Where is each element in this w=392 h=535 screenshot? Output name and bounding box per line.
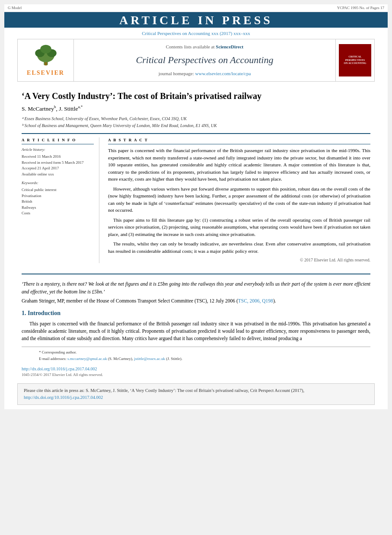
contents-available: Contents lists available at ScienceDirec… xyxy=(166,44,243,50)
g-model-label: G Model xyxy=(8,5,22,11)
keywords-label: Keywords: xyxy=(22,180,94,186)
article-in-press-banner: ARTICLE IN PRESS xyxy=(4,14,388,27)
affiliations: ᵃ Essex Business School, University of E… xyxy=(22,116,370,129)
authors: S. McCartneyb, J. Stittlea,* xyxy=(22,104,370,113)
email2-link[interactable]: jstittle@essex.ac.uk xyxy=(134,357,165,361)
journal-title: Critical Perspectives on Accounting xyxy=(136,54,274,67)
bottom-copyright: 1045-2354/© 2017 Elsevier Ltd. All right… xyxy=(22,372,370,378)
online-date: Available online xxx xyxy=(22,172,94,177)
email-addresses: E-mail addresses: s.mccartney@qmul.ac.uk… xyxy=(39,356,353,362)
doi-top: Critical Perspectives on Accounting xxx … xyxy=(17,28,375,38)
svg-rect-5 xyxy=(45,62,47,65)
science-direct-link[interactable]: ScienceDirect xyxy=(216,44,243,49)
elsevier-tree-icon xyxy=(26,43,65,67)
article-title: ‘A Very Costly Industry’: The cost of Br… xyxy=(22,90,370,102)
keyword-2: Privatisation xyxy=(22,193,94,199)
abstract-p4: The results, whilst they can only be bro… xyxy=(108,240,370,255)
abstract-p3: This paper aims to fill this literature … xyxy=(108,217,370,238)
quote-text: ‘There is a mystery, is there not? We lo… xyxy=(22,280,370,296)
citation-bar: Please cite this article in press as: S.… xyxy=(17,383,375,405)
received-date: Received 11 March 2016 xyxy=(22,154,94,159)
elsevier-brand: ELSEVIER xyxy=(27,69,64,77)
history-label: Article history: xyxy=(22,147,94,153)
abstract-label: A B S T R A C T xyxy=(108,137,370,145)
intro-p1: This paper is concerned with the financi… xyxy=(22,320,370,343)
bottom-doi-link[interactable]: http://dx.doi.org/10.1016/j.cpa.2017.04.… xyxy=(22,366,370,372)
journal-homepage: journal homepage: www.elsevier.com/locat… xyxy=(159,70,251,77)
abstract-p2: However, although various writers have p… xyxy=(108,185,370,214)
abstract-p1: This paper is concerned with the financi… xyxy=(108,147,370,183)
cpa-logo: CRITICALPERSPECTIVESON ACCOUNTING xyxy=(339,44,371,76)
keyword-4: Railways xyxy=(22,205,94,210)
corresponding-note: * Corresponding author. xyxy=(39,350,353,355)
email1-link[interactable]: s.mccartney@qmul.ac.uk xyxy=(67,357,107,361)
abstract-copyright: © 2017 Elsevier Ltd. All rights reserved… xyxy=(108,257,370,263)
quote-link[interactable]: TSC, 2006, Q198 xyxy=(238,298,273,303)
quote-attribution: Graham Stringer, MP, member of the House… xyxy=(22,297,370,305)
ycpac-label: YCPAC 1995 No. of Pages 17 xyxy=(337,5,384,11)
keyword-1: Critical public interest xyxy=(22,187,94,193)
keyword-5: Costs xyxy=(22,210,94,216)
accepted-date: Accepted 21 April 2017 xyxy=(22,166,94,171)
intro-heading: 1. Introduction xyxy=(22,309,370,318)
keyword-3: British xyxy=(22,199,94,204)
citation-doi-link[interactable]: http://dx.doi.org/10.1016/j.cpa.2017.04.… xyxy=(24,395,103,400)
revised-date: Received in revised form 5 March 2017 xyxy=(22,160,94,166)
article-info-label: A R T I C L E I N F O xyxy=(22,137,94,145)
svg-point-4 xyxy=(40,45,51,54)
